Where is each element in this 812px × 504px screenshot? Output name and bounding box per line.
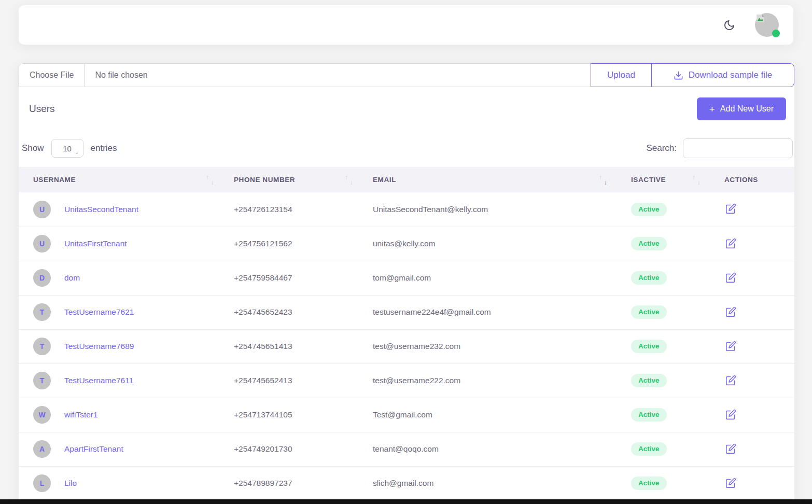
page: Choose File No file chosen Upload Downlo… [0,0,812,504]
avatar-initial: W [38,411,45,419]
username-link[interactable]: ApartFirstTenant [64,444,123,454]
avatar: T [33,372,51,389]
status-badge: Active [631,305,667,319]
users-table: USERNAME ↑↓ PHONE NUMBER ↑↓ EMAIL ↑↓ ISA… [19,167,794,499]
column-header-email[interactable]: EMAIL ↑↓ [366,167,620,192]
table-row: A ApartFirstTenant +254749201730 tenant@… [19,432,794,466]
dark-mode-toggle-button[interactable] [723,19,735,31]
column-header-username[interactable]: USERNAME ↑↓ [19,167,227,192]
username-link[interactable]: dom [64,273,80,283]
plus-icon: + [709,104,715,114]
choose-file-button[interactable]: Choose File [19,64,85,87]
moon-icon [723,19,735,31]
edit-icon [725,306,736,317]
column-header-isactive[interactable]: ISACTIVE ↑↓ [620,167,713,192]
edit-icon [725,238,736,249]
entries-label: entries [91,143,117,153]
sort-arrows-icon: ↑↓ [599,173,607,187]
email-cell: unitas@kelly.com [366,227,620,261]
edit-user-button[interactable] [724,374,737,387]
edit-user-button[interactable] [724,305,737,318]
edit-icon [725,203,736,214]
status-badge: Active [631,374,667,387]
sort-arrows-icon: ↑↓ [345,173,353,187]
email-cell: slich@gmail.com [366,466,620,499]
phone-number-cell: +254745652413 [227,363,366,398]
edit-user-button[interactable] [724,477,737,489]
edit-icon [725,272,736,283]
users-card: Choose File No file chosen Upload Downlo… [19,63,794,499]
email-cell: test@username232.com [366,329,620,363]
avatar: L [33,474,51,492]
avatar-initial: T [40,376,45,385]
avatar: A [33,440,51,458]
username-link[interactable]: TestUsername7611 [64,376,133,385]
phone-number-cell: +254756121562 [227,227,366,261]
table-row: U UnitasSecondTenant +254726123154 Unita… [19,192,794,227]
edit-user-button[interactable] [724,340,737,353]
avatar: T [33,338,51,355]
edit-user-button[interactable] [724,237,737,250]
broken-image-icon [755,13,765,25]
username-link[interactable]: UnitasSecondTenant [64,205,138,214]
file-input[interactable]: Choose File No file chosen [19,63,591,87]
bottom-edge-bar [0,499,812,504]
status-badge: Active [631,442,667,456]
column-header-label: ISACTIVE [631,176,666,184]
username-link[interactable]: wifiTster1 [64,410,98,419]
email-cell: tenant@qoqo.com [366,432,620,466]
username-link[interactable]: Lilo [64,479,77,488]
status-badge: Active [631,203,667,216]
add-new-user-button[interactable]: + Add New User [697,97,786,120]
avatar-initial: L [40,479,45,487]
top-navbar [19,5,793,45]
sort-arrows-icon: ↑↓ [206,173,214,187]
edit-icon [725,409,736,420]
email-cell: testusername224e4f@gmail.com [366,295,620,329]
edit-user-button[interactable] [724,442,737,455]
avatar-initial: D [39,274,45,282]
add-new-user-label: Add New User [720,104,774,114]
file-chosen-text: No file chosen [85,71,158,80]
search-input[interactable] [683,138,793,158]
page-size-control: Show 10 ⌄ entries [22,139,117,158]
edit-icon [725,341,736,352]
edit-user-button[interactable] [724,202,737,215]
status-badge: Active [631,271,667,285]
email-cell: UnitasSecondTenant@kelly.com [366,192,620,227]
upload-bar: Choose File No file chosen Upload Downlo… [19,63,794,87]
table-row: T TestUsername7611 +254745652413 test@us… [19,363,794,398]
table-row: T TestUsername7621 +254745652423 testuse… [19,295,794,329]
chevron-down-icon: ⌄ [74,149,79,155]
sort-arrows-icon: ↑↓ [692,173,701,187]
column-header-phone-number[interactable]: PHONE NUMBER ↑↓ [227,167,366,192]
table-row: U UnitasFirstTenant +254756121562 unitas… [19,227,794,261]
avatar: D [33,269,51,287]
download-sample-file-button[interactable]: Download sample file [651,63,794,87]
edit-user-button[interactable] [724,408,737,421]
page-size-select[interactable]: 10 ⌄ [51,139,83,158]
email-cell: tom@gmail.com [366,261,620,295]
column-header-label: EMAIL [373,176,396,184]
avatar-initial: A [39,445,45,453]
column-header-actions: ACTIONS [713,167,794,192]
table-row: L Lilo +254789897237 slich@gmail.com Act… [19,466,794,499]
edit-user-button[interactable] [724,271,737,284]
username-link[interactable]: UnitasFirstTenant [64,239,127,248]
download-button-label: Download sample file [689,70,773,80]
table-row: D dom +254759584467 tom@gmail.com Active [19,261,794,295]
edit-icon [725,478,736,488]
user-avatar[interactable] [755,13,779,37]
avatar-initial: U [39,240,45,248]
show-label: Show [22,143,44,153]
online-status-dot [772,30,780,37]
edit-icon [725,375,736,386]
phone-number-cell: +254745651413 [227,329,366,363]
page-title: Users [29,103,55,115]
avatar-initial: T [40,342,45,351]
username-link[interactable]: TestUsername7689 [64,342,134,351]
avatar: U [33,235,51,253]
phone-number-cell: +254749201730 [227,432,366,466]
username-link[interactable]: TestUsername7621 [64,307,134,317]
upload-button[interactable]: Upload [591,63,652,87]
